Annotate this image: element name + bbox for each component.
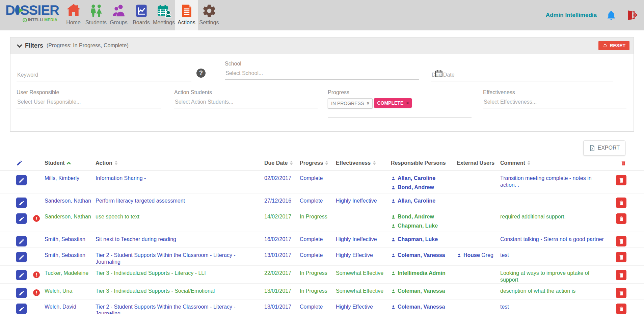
edit-row-button[interactable] [16,270,27,280]
progress-select[interactable]: IN PROGRESS × COMPLETE × [328,98,472,108]
column-header-progress[interactable]: Progress [300,160,336,166]
responsible-person: Chapman, Luke [391,223,453,229]
nav-item-boards[interactable]: Boards [130,0,153,30]
nav-item-students[interactable]: Students [85,0,107,30]
sort-icon [373,161,376,165]
remove-tag-icon[interactable]: × [367,101,369,106]
action-students-select[interactable]: Select Action Students... [174,98,318,108]
external-users-cell [457,232,500,247]
table-row: ! Sanderson, Nathan use speech to text 1… [0,209,644,232]
action-link[interactable]: Perform literacy targeted assessment [96,193,264,209]
students-icon [88,3,104,19]
edit-cell [16,284,33,299]
nav-item-actions[interactable]: Actions [175,0,198,30]
progress-cell: Complete [300,193,336,209]
filter-tag-complete: COMPLETE × [374,98,412,108]
edit-cell [16,266,33,283]
student-link[interactable]: Tucker, Madeleine [45,266,96,283]
student-link[interactable]: Smith, Sebastian [45,248,96,265]
alert-cell: ! [33,209,45,232]
student-link[interactable]: Smith, Sebastian [45,232,96,247]
edit-row-button[interactable] [16,236,27,246]
column-header-comment[interactable]: Comment [500,160,612,166]
column-header-student[interactable]: Student [45,160,96,166]
delete-row-button[interactable] [616,236,626,246]
pencil-icon [19,238,25,244]
filters-panel: Filters (Progress: In Progress, Complete… [10,37,634,132]
main-nav: Home Students Groups Boards Meetings [62,0,220,30]
reset-label: RESET [610,43,625,48]
action-link[interactable]: use speech to text [96,209,264,232]
nav-item-groups[interactable]: Groups [107,0,130,30]
nav-item-settings[interactable]: Settings [198,0,220,30]
remove-tag-icon[interactable]: × [406,100,409,106]
delete-row-button[interactable] [616,175,626,185]
edit-column-icon [16,160,33,166]
student-link[interactable]: Welch, Una [45,284,96,299]
nav-item-home[interactable]: Home [62,0,85,30]
edit-row-button[interactable] [16,252,27,262]
reset-filters-button[interactable]: RESET [598,41,629,50]
column-label: Due Date [264,160,288,166]
student-link[interactable]: Welch, David [45,299,96,314]
filters-header[interactable]: Filters (Progress: In Progress, Complete… [10,37,634,54]
column-header-action[interactable]: Action [96,160,264,166]
notifications-bell-icon[interactable] [606,9,616,21]
account-name[interactable]: Admin Intellimedia [546,12,597,19]
export-label: EXPORT [598,145,620,151]
delete-row-button[interactable] [616,288,626,298]
edit-row-button[interactable] [16,175,27,185]
dossier-logo[interactable]: DSSIER INTELLIMEDIA [0,0,57,30]
column-header-due-date[interactable]: Due Date [264,160,300,166]
column-label: Action [96,160,112,166]
column-header-effectiveness[interactable]: Effectiveness [336,160,391,166]
delete-row-button[interactable] [616,270,626,280]
progress-cell: In Progress [300,266,336,283]
overdue-alert-icon: ! [33,271,40,278]
progress-cell: In Progress [300,209,336,232]
action-link[interactable]: Tier 3 - Individualized Supports - Liter… [96,266,264,283]
help-icon[interactable]: ? [196,69,206,78]
delete-cell [612,266,626,283]
external-users-cell [457,171,500,193]
keyword-input[interactable] [17,70,191,81]
edit-row-button[interactable] [16,198,27,208]
due-date-cell: 27/12/2016 [264,193,300,209]
student-link[interactable]: Sanderson, Nathan [45,209,96,232]
table-header: Student Action Due Date Progress Effecti… [0,155,644,171]
action-link[interactable]: Sit next to Teacher during reading [96,232,264,247]
edit-row-button[interactable] [16,288,27,298]
delete-row-button[interactable] [616,252,626,262]
edit-row-button[interactable] [16,213,27,224]
nav-label-home: Home [66,20,81,26]
delete-cell [612,248,626,265]
logo-subtitle: INTELLIMEDIA [5,18,57,22]
delete-row-button[interactable] [616,198,626,208]
delete-row-button[interactable] [616,304,626,314]
effectiveness-cell: Highly Effective [336,299,391,314]
action-link[interactable]: Tier 2 - Student Supports Within the Cla… [96,299,264,314]
sort-ascending-icon [66,162,71,166]
student-link[interactable]: Mills, Kimberly [45,171,96,193]
logout-icon[interactable] [626,9,638,21]
nav-label-boards: Boards [133,20,150,26]
due-date-cell: 13/01/2017 [264,284,300,299]
school-select[interactable]: Select School... [225,70,419,80]
delete-row-button[interactable] [616,213,626,224]
due-date-input[interactable] [431,70,613,81]
table-body: ! Mills, Kimberly Information Sharing - … [0,171,644,314]
student-link[interactable]: Sanderson, Nathan [45,193,96,209]
edit-row-button[interactable] [16,304,27,314]
sort-icon [528,161,530,165]
refresh-icon [602,43,608,48]
action-link[interactable]: Tier 2 - Student Supports Within the Cla… [96,248,264,265]
trash-icon [618,177,624,183]
export-button[interactable]: EXPORT [583,140,626,155]
user-responsible-select[interactable]: Select User Responsible... [17,98,161,108]
nav-item-meetings[interactable]: Meetings [153,0,175,30]
effectiveness-select[interactable]: Select Effectiveness... [483,98,626,108]
action-link[interactable]: Tier 3 - Individualized Supports - Socia… [96,284,264,299]
table-toolbar: EXPORT [0,132,644,155]
comment-cell: test [500,248,612,265]
action-link[interactable]: Information Sharing - [96,171,264,193]
